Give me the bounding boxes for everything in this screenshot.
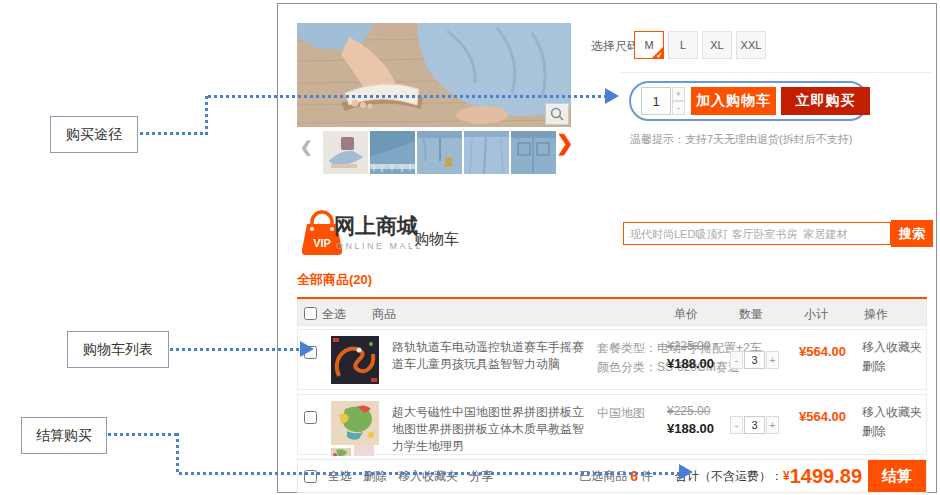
arrow3-segment (108, 433, 178, 436)
col-select-all: 全选 (322, 306, 346, 323)
cart-footer-bar: 全选 删除 移入收藏夹 分享 已选商品 6 件 合计（不含运费）： ¥ 1499… (297, 459, 927, 493)
product-subthumbnail-map[interactable] (331, 445, 351, 456)
table-row: 路轨轨道车电动遥控轨道赛车手摇赛道车儿童男孩玩具益智智力动脑 套餐类型：电动+手… (297, 329, 927, 390)
table-header: 全选 商品 单价 数量 小计 操作 (297, 299, 927, 326)
col-quantity: 数量 (739, 306, 763, 323)
product-image-race-track[interactable] (331, 336, 379, 384)
mall-name-english: ONLINE MALL (336, 241, 423, 251)
move-to-favorites-link[interactable]: 移入收藏夹 (862, 339, 922, 356)
size-option-xl[interactable]: XL (702, 31, 732, 59)
arrow2-head-icon (300, 341, 314, 357)
annotation-cart-list-label: 购物车列表 (83, 341, 153, 359)
footer-delete-link[interactable]: 删除 (363, 468, 387, 485)
search-button[interactable]: 搜索 (891, 220, 933, 247)
thumbnail-3[interactable] (417, 131, 462, 174)
row-qty-increase-button[interactable]: + (766, 416, 779, 434)
total-amount: 1499.89 (790, 465, 862, 488)
col-price: 单价 (674, 306, 698, 323)
arrow1-head-icon (605, 88, 619, 104)
zoom-icon[interactable] (545, 103, 569, 125)
row-qty-input[interactable] (744, 351, 765, 369)
buy-now-button[interactable]: 立即购买 (781, 87, 870, 115)
quantity-decrease-button[interactable]: - (672, 101, 685, 115)
delete-link[interactable]: 删除 (862, 423, 886, 440)
arrow3-segment (176, 433, 179, 474)
mall-name: 网上商城 (334, 212, 418, 240)
main-panel: ❮ ❯ 选择尺码: M ✓ L XL XXL + - 加入购物车 (277, 3, 937, 493)
jeans-photo (297, 23, 571, 127)
quantity-input[interactable] (641, 87, 671, 115)
page-title: 购物车 (414, 230, 459, 249)
next-thumbnails-icon[interactable]: ❯ (556, 131, 574, 155)
thumbnail-5[interactable] (511, 131, 556, 174)
tab-all-items[interactable]: 全部商品(20) (297, 272, 372, 287)
thumbnail-1[interactable] (323, 131, 368, 174)
arrow1-segment (205, 96, 208, 135)
move-to-favorites-link[interactable]: 移入收藏夹 (862, 404, 922, 421)
cart-tab-bar: 全部商品(20) (297, 270, 927, 299)
selected-items-label: 已选商品 (579, 468, 627, 485)
col-subtotal: 小计 (804, 306, 828, 323)
row-qty-decrease-button[interactable]: - (730, 416, 743, 434)
current-price: ¥188.00 (667, 356, 714, 371)
annotation-purchase-path: 购买途径 (50, 116, 138, 153)
annotation-cart-list: 购物车列表 (67, 331, 169, 368)
arrow1-segment (208, 95, 605, 98)
row-qty-increase-button[interactable]: + (766, 351, 779, 369)
arrow2-segment (170, 348, 300, 351)
size-option-xxl[interactable]: XXL (736, 31, 766, 59)
checkout-button[interactable]: 结算 (868, 460, 926, 492)
currency-symbol: ¥ (783, 469, 790, 483)
quantity-increase-button[interactable]: + (672, 87, 685, 101)
row-checkbox[interactable] (304, 411, 317, 424)
return-policy-tip: 温馨提示：支持7天无理由退货(拆封后不支持) (630, 132, 852, 147)
annotation-checkout-label: 结算购买 (36, 427, 92, 445)
thumbnail-2[interactable] (370, 131, 415, 174)
original-price: ¥225.00 (667, 404, 710, 418)
divider (621, 72, 931, 73)
col-action: 操作 (864, 306, 888, 323)
selected-check-icon: ✓ (656, 51, 663, 60)
table-row: 超大号磁性中国地图世界拼图拼板立地图世界拼图拼板立体木质早教益智力学生地理男 中… (297, 394, 927, 455)
size-option-l[interactable]: L (668, 31, 698, 59)
product-subthumbnail-pink[interactable] (354, 445, 374, 456)
annotation-checkout: 结算购买 (21, 417, 107, 454)
screenshot-canvas: 购买途径 购物车列表 结算购买 (0, 0, 940, 495)
prev-thumbnails-icon[interactable]: ❮ (300, 138, 313, 156)
footer-select-all[interactable]: 全选 (328, 468, 352, 485)
delete-link[interactable]: 删除 (862, 358, 886, 375)
size-option-m[interactable]: M ✓ (634, 31, 664, 59)
select-all-checkbox[interactable] (304, 307, 317, 320)
row-subtotal: ¥564.00 (799, 409, 846, 424)
arrow3-head-icon (679, 464, 693, 480)
row-qty-input[interactable] (744, 416, 765, 434)
row-subtotal: ¥564.00 (799, 344, 846, 359)
footer-share-link[interactable]: 分享 (469, 468, 493, 485)
thumbnail-4[interactable] (464, 131, 509, 174)
svg-text:VIP: VIP (313, 237, 331, 249)
original-price: ¥225.00 (667, 339, 710, 353)
arrow3-segment (179, 472, 679, 475)
arrow1-segment (140, 132, 208, 135)
selected-items-unit: 件 (641, 468, 653, 485)
row-qty-decrease-button[interactable]: - (730, 351, 743, 369)
footer-move-to-favorites-link[interactable]: 移入收藏夹 (398, 468, 458, 485)
add-to-cart-button[interactable]: 加入购物车 (691, 87, 776, 115)
selected-items-count: 6 (630, 468, 638, 484)
row-spec1: 中国地图 (597, 404, 645, 423)
col-product: 商品 (372, 306, 396, 323)
current-price: ¥188.00 (667, 421, 714, 436)
product-image-china-map[interactable] (331, 401, 379, 445)
product-main-image[interactable] (297, 23, 571, 127)
search-input[interactable] (623, 222, 891, 245)
annotation-purchase-path-label: 购买途径 (66, 126, 122, 144)
